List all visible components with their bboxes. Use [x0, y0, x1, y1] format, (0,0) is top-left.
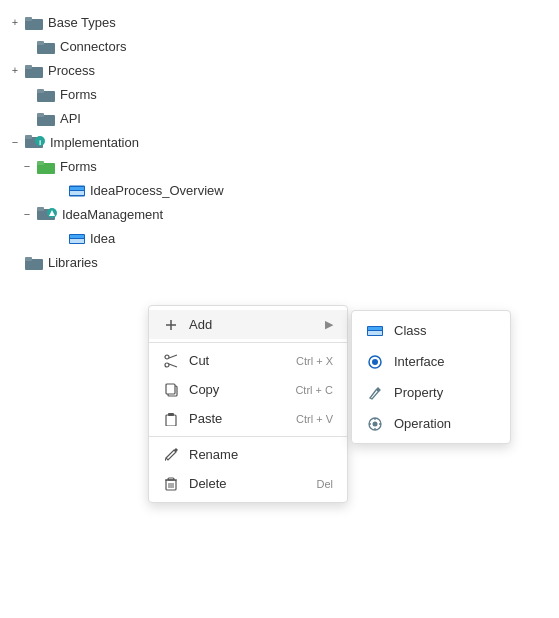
svg-rect-4	[37, 41, 44, 45]
svg-rect-19	[70, 191, 84, 195]
submenu-arrow-icon: ▶	[325, 318, 333, 331]
tree-item-label: Process	[48, 63, 95, 78]
tree-item-label: Idea	[90, 231, 115, 246]
submenu-item-operation[interactable]: Operation	[352, 408, 510, 439]
expand-icon[interactable]: +	[8, 16, 22, 28]
svg-rect-48	[166, 384, 175, 394]
svg-point-38	[373, 421, 378, 426]
svg-text:i: i	[39, 138, 41, 147]
svg-rect-26	[70, 239, 84, 243]
menu-item-paste[interactable]: Paste Ctrl + V	[149, 404, 347, 433]
menu-copy-label: Copy	[189, 382, 295, 397]
folder-icon	[25, 254, 43, 270]
svg-point-36	[377, 388, 380, 391]
folder-icon	[37, 110, 55, 126]
context-menu: Add ▶ Class	[148, 305, 348, 503]
cut-shortcut: Ctrl + X	[296, 355, 333, 367]
pencil-icon	[163, 448, 179, 461]
scissors-icon	[163, 354, 179, 368]
menu-delete-label: Delete	[189, 476, 316, 491]
menu-cut-label: Cut	[189, 353, 296, 368]
tree-item-idea[interactable]: Idea	[0, 226, 340, 250]
operation-icon	[366, 417, 384, 431]
tree-item-label: Base Types	[48, 15, 116, 30]
folder-special-icon: i	[25, 134, 45, 151]
tree-item-process[interactable]: + Process	[0, 58, 340, 82]
svg-line-46	[169, 364, 177, 367]
paste-shortcut: Ctrl + V	[296, 413, 333, 425]
delete-shortcut: Del	[316, 478, 333, 490]
svg-rect-18	[70, 187, 84, 190]
svg-rect-54	[168, 478, 174, 480]
plus-icon	[163, 319, 179, 331]
svg-line-45	[169, 355, 177, 358]
submenu-interface-label: Interface	[394, 354, 445, 369]
submenu-operation-label: Operation	[394, 416, 451, 431]
svg-rect-10	[37, 113, 44, 117]
svg-rect-49	[166, 415, 176, 426]
folder-teal-icon	[37, 206, 57, 223]
collapse-icon[interactable]: −	[8, 136, 22, 148]
menu-item-add[interactable]: Add ▶ Class	[149, 310, 347, 339]
svg-point-35	[372, 359, 378, 365]
tree-item-forms-top[interactable]: Forms	[0, 82, 340, 106]
class-blue-icon	[69, 230, 85, 246]
tree-item-forms-impl[interactable]: − Forms	[0, 154, 340, 178]
menu-add-label: Add	[189, 317, 321, 332]
svg-rect-16	[37, 161, 44, 165]
menu-item-rename[interactable]: Rename	[149, 440, 347, 469]
tree-item-label: API	[60, 111, 81, 126]
tree-item-label: Forms	[60, 159, 97, 174]
svg-rect-12	[25, 135, 32, 139]
menu-divider-1	[149, 342, 347, 343]
menu-item-delete[interactable]: Delete Del	[149, 469, 347, 498]
expand-icon[interactable]: +	[8, 64, 22, 76]
tree-item-ideaprocess[interactable]: IdeaProcess_Overview	[0, 178, 340, 202]
tree-item-label: IdeaManagement	[62, 207, 163, 222]
collapse-icon[interactable]: −	[20, 208, 34, 220]
menu-item-cut[interactable]: Cut Ctrl + X	[149, 346, 347, 375]
menu-paste-label: Paste	[189, 411, 296, 426]
svg-rect-8	[37, 89, 44, 93]
tree-item-libraries[interactable]: Libraries	[0, 250, 340, 274]
submenu-item-property[interactable]: Property	[352, 377, 510, 408]
submenu-item-class[interactable]: Class	[352, 315, 510, 346]
tree-item-ideamanagement[interactable]: − IdeaManagement	[0, 202, 340, 226]
svg-rect-32	[368, 327, 382, 330]
folder-green-icon	[37, 158, 55, 174]
trash-icon	[163, 477, 179, 491]
submenu: Class Interface	[351, 310, 511, 444]
folder-icon	[25, 14, 43, 30]
svg-line-51	[165, 458, 166, 461]
class-icon	[366, 324, 384, 338]
tree-item-label: IdeaProcess_Overview	[90, 183, 224, 198]
class-blue-icon	[69, 182, 85, 198]
collapse-icon[interactable]: −	[20, 160, 34, 172]
menu-divider-2	[149, 436, 347, 437]
menu-item-copy[interactable]: Copy Ctrl + C	[149, 375, 347, 404]
folder-icon	[37, 38, 55, 54]
folder-icon	[25, 62, 43, 78]
tree-item-label: Connectors	[60, 39, 126, 54]
tree-item-api[interactable]: API	[0, 106, 340, 130]
tree-item-label: Implementation	[50, 135, 139, 150]
copy-icon	[163, 383, 179, 397]
tree-panel: + Base Types Connectors + Process Forms	[0, 0, 340, 284]
svg-rect-25	[70, 235, 84, 238]
submenu-property-label: Property	[394, 385, 443, 400]
svg-rect-28	[25, 257, 32, 261]
tree-item-connectors[interactable]: Connectors	[0, 34, 340, 58]
interface-icon	[366, 355, 384, 369]
menu-rename-label: Rename	[189, 447, 333, 462]
submenu-item-interface[interactable]: Interface	[352, 346, 510, 377]
tree-item-implementation[interactable]: − i Implementation	[0, 130, 340, 154]
tree-item-label: Forms	[60, 87, 97, 102]
copy-shortcut: Ctrl + C	[295, 384, 333, 396]
folder-icon	[37, 86, 55, 102]
submenu-class-label: Class	[394, 323, 427, 338]
svg-rect-6	[25, 65, 32, 69]
svg-rect-2	[25, 17, 32, 21]
tree-item-base-types[interactable]: + Base Types	[0, 10, 340, 34]
tree-item-label: Libraries	[48, 255, 98, 270]
svg-point-43	[165, 355, 169, 359]
